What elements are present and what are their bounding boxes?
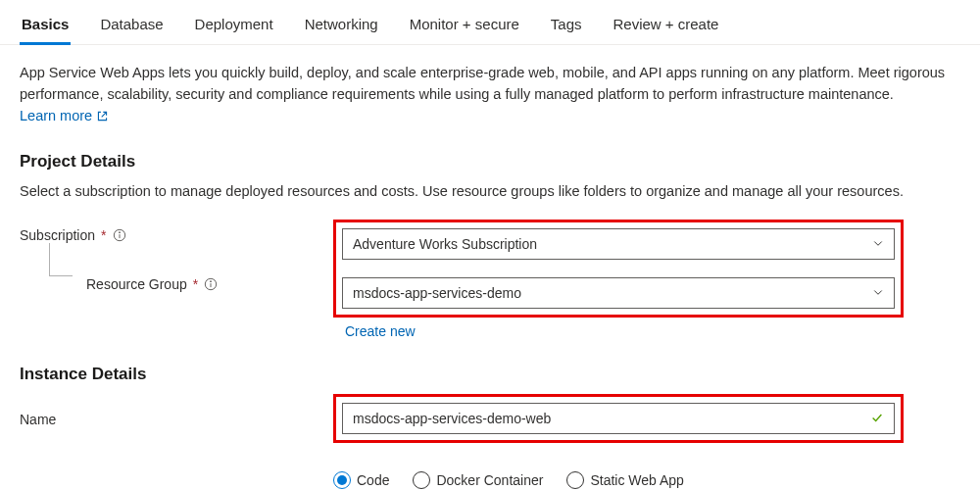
- subscription-dropdown[interactable]: Adventure Works Subscription: [342, 228, 895, 260]
- name-input[interactable]: msdocs-app-services-demo-web: [342, 403, 895, 434]
- publish-option-code[interactable]: Code: [333, 471, 389, 489]
- tab-deployment[interactable]: Deployment: [193, 8, 275, 45]
- tabs-bar: Basics Database Deployment Networking Mo…: [0, 0, 980, 45]
- instance-name-highlight: msdocs-app-services-demo-web: [333, 394, 904, 443]
- intro-text: App Service Web Apps lets you quickly bu…: [20, 63, 960, 126]
- project-details-title: Project Details: [20, 152, 960, 172]
- radio-icon: [566, 471, 584, 489]
- tab-database[interactable]: Database: [98, 8, 165, 45]
- tab-review-create[interactable]: Review + create: [612, 8, 721, 45]
- subscription-value: Adventure Works Subscription: [353, 236, 537, 252]
- learn-more-link[interactable]: Learn more: [20, 106, 109, 127]
- radio-icon: [413, 471, 430, 489]
- required-asterisk: *: [101, 227, 106, 243]
- tab-networking[interactable]: Networking: [303, 8, 380, 45]
- check-icon: [870, 411, 884, 427]
- project-details-highlight: Adventure Works Subscription msdocs-app-…: [333, 220, 904, 318]
- tab-monitor-secure[interactable]: Monitor + secure: [408, 8, 521, 45]
- resource-group-value: msdocs-app-services-demo: [353, 285, 521, 301]
- tab-basics[interactable]: Basics: [20, 8, 71, 45]
- tree-connector: [49, 243, 73, 276]
- chevron-down-icon: [872, 236, 884, 252]
- name-label: Name: [20, 404, 333, 435]
- publish-radio-group: Code Docker Container Static Web App: [333, 470, 960, 490]
- external-link-icon: [96, 110, 109, 122]
- resource-group-dropdown[interactable]: msdocs-app-services-demo: [342, 277, 895, 309]
- info-icon[interactable]: [113, 228, 126, 242]
- tab-tags[interactable]: Tags: [549, 8, 584, 45]
- project-details-desc: Select a subscription to manage deployed…: [20, 181, 960, 202]
- chevron-down-icon: [872, 285, 884, 301]
- radio-selected-icon: [333, 471, 351, 489]
- publish-option-static[interactable]: Static Web App: [566, 471, 683, 489]
- required-asterisk: *: [193, 276, 198, 292]
- create-new-link[interactable]: Create new: [345, 323, 416, 339]
- info-icon[interactable]: [204, 277, 218, 291]
- publish-option-docker[interactable]: Docker Container: [413, 471, 543, 489]
- svg-point-2: [119, 232, 120, 233]
- svg-point-5: [211, 281, 212, 282]
- name-value: msdocs-app-services-demo-web: [353, 411, 551, 426]
- instance-details-title: Instance Details: [20, 365, 960, 384]
